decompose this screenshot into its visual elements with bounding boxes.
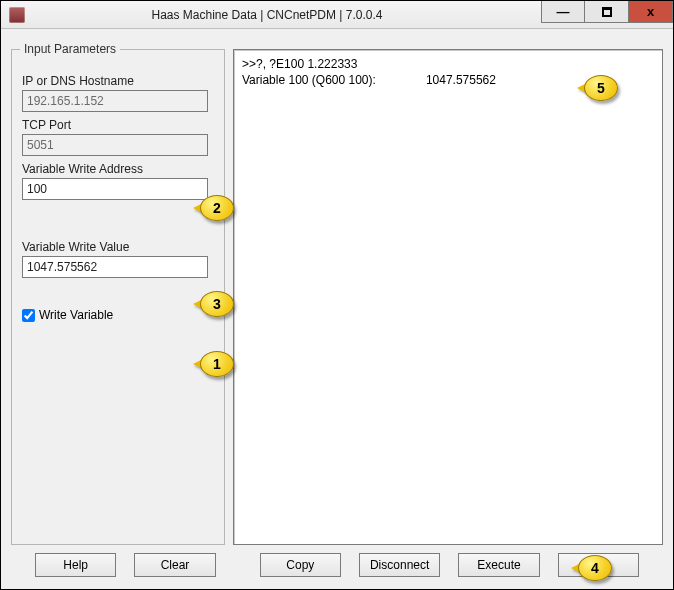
maximize-icon [602,7,612,17]
clear-button[interactable]: Clear [134,553,215,577]
input-parameters-group: Input Parameters IP or DNS Hostname TCP … [11,49,225,545]
execute-button[interactable]: Execute [458,553,539,577]
window-title: Haas Machine Data | CNCnetPDM | 7.0.0.4 [1,8,533,22]
close-button[interactable]: x [629,1,673,23]
output-line2-left: Variable 100 (Q600 100): [242,73,376,87]
ip-input[interactable] [22,90,208,112]
write-address-input[interactable] [22,178,208,200]
group-legend: Input Parameters [20,42,120,56]
write-variable-checkbox[interactable] [22,309,35,322]
output-line2-right: 1047.575562 [426,73,496,87]
write-variable-label: Write Variable [39,308,113,322]
write-address-label: Variable Write Address [22,162,214,176]
main-row: Input Parameters IP or DNS Hostname TCP … [11,49,663,545]
port-label: TCP Port [22,118,214,132]
help-button[interactable]: Help [35,553,116,577]
window-controls: — x [541,1,673,23]
copy-button[interactable]: Copy [260,553,341,577]
write-value-input[interactable] [22,256,208,278]
ip-label: IP or DNS Hostname [22,74,214,88]
maximize-button[interactable] [585,1,629,23]
disconnect-button[interactable]: Disconnect [359,553,440,577]
write-variable-row[interactable]: Write Variable [22,308,214,322]
exit-button[interactable]: Exit [558,553,639,577]
write-value-label: Variable Write Value [22,240,214,254]
client-area: Input Parameters IP or DNS Hostname TCP … [1,29,673,589]
output-textarea[interactable]: >>?, ?E100 1.222333 Variable 100 (Q600 1… [233,49,663,545]
minimize-button[interactable]: — [541,1,585,23]
output-line1: >>?, ?E100 1.222333 [242,57,357,71]
app-icon [9,7,25,23]
app-window: Haas Machine Data | CNCnetPDM | 7.0.0.4 … [0,0,674,590]
port-input[interactable] [22,134,208,156]
minimize-icon: — [557,4,570,19]
close-icon: x [647,4,654,19]
button-row: Help Clear Copy Disconnect Execute Exit [11,545,663,579]
titlebar: Haas Machine Data | CNCnetPDM | 7.0.0.4 … [1,1,673,29]
